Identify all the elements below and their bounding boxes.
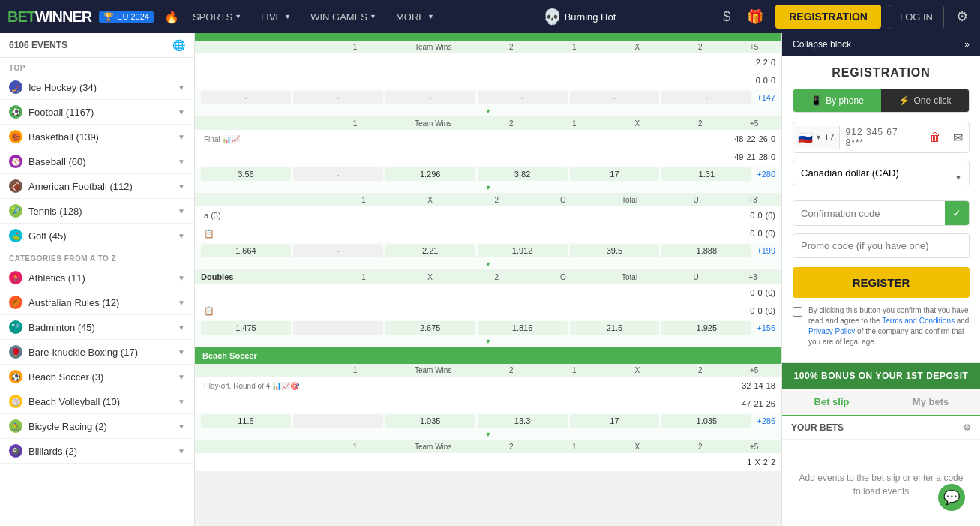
registration-button[interactable]: REGISTRATION — [775, 5, 881, 29]
odds-cell[interactable]: - — [661, 91, 751, 104]
email-icon[interactable]: ✉ — [947, 126, 969, 149]
events-count: 6106 EVENTS — [9, 40, 67, 50]
expand-row[interactable]: ▼ — [195, 429, 781, 440]
sidebar-item-beach-volleyball[interactable]: 🏐 Beach Volleyball (10) ▼ — [0, 389, 194, 414]
odds-cell[interactable]: - — [293, 414, 383, 428]
odds-cell[interactable]: 2.21 — [385, 244, 475, 257]
odds-cell[interactable]: 3.82 — [478, 167, 568, 181]
odds-cell[interactable]: 1.475 — [201, 321, 291, 335]
tab-by-phone[interactable]: 📱 By phone — [793, 89, 881, 112]
sidebar-item-american-football[interactable]: 🏈 American Football (112) ▼ — [0, 174, 194, 199]
odds-cell[interactable]: - — [570, 91, 660, 104]
sidebar-item-bicycle-racing[interactable]: 🚴 Bicycle Racing (2) ▼ — [0, 414, 194, 439]
sidebar-item-bare-knuckle-boxing[interactable]: 🥊 Bare-knuckle Boxing (17) ▼ — [0, 340, 194, 365]
sidebar-item-athletics[interactable]: 🏃 Athletics (11) ▼ — [0, 266, 194, 290]
odds-cell[interactable]: 1.296 — [385, 167, 475, 181]
odds-cell[interactable]: - — [293, 321, 383, 335]
expand-row[interactable]: ▼ — [195, 336, 781, 347]
more-odds-link[interactable]: +199 — [757, 246, 775, 255]
odds-cell[interactable]: - — [478, 91, 568, 104]
sidebar-item-ice-hockey[interactable]: 🏒 Ice Hockey (34) ▼ — [0, 75, 194, 100]
odds-cell[interactable]: 17 — [570, 167, 660, 181]
dollar-icon-btn[interactable]: $ — [718, 9, 735, 25]
currency-select[interactable]: Canadian dollar (CAD) US Dollar (USD) Eu… — [793, 161, 970, 185]
currency-wrapper: Canadian dollar (CAD) US Dollar (USD) Eu… — [793, 161, 970, 193]
more-odds-link[interactable]: +156 — [757, 323, 775, 332]
burning-hot-area[interactable]: 💀 Burning Hot — [543, 8, 616, 26]
odds-cell[interactable]: 39.5 — [570, 244, 660, 257]
chevron-down-icon: ▼ — [485, 184, 492, 191]
tab-one-click[interactable]: ⚡ One-click — [881, 89, 969, 112]
expand-row[interactable]: ▼ — [195, 106, 781, 116]
chevron-down-icon: ▼ — [178, 422, 185, 431]
nav-wingames[interactable]: WIN GAMES ▼ — [304, 11, 382, 23]
odds-cell[interactable]: 1.035 — [385, 414, 475, 428]
odds-cell[interactable]: 1.925 — [661, 321, 751, 335]
sidebar-item-golf[interactable]: ⛳ Golf (45) ▼ — [0, 224, 194, 248]
odds-cell[interactable]: 1.035 — [661, 414, 751, 428]
globe-icon[interactable]: 🌐 — [172, 39, 185, 51]
sidebar-item-australian-rules[interactable]: 🏉 Australian Rules (12) ▼ — [0, 290, 194, 315]
chevron-down-icon: ▼ — [178, 398, 185, 406]
terms-link[interactable]: Terms and Conditions — [882, 317, 955, 325]
sidebar-item-billiards[interactable]: 🎱 Billiards (2) ▼ — [0, 439, 194, 464]
odds-cell[interactable]: - — [385, 91, 475, 104]
odds-cell[interactable]: 1.664 — [201, 244, 291, 257]
expand-row[interactable]: ▼ — [195, 182, 781, 193]
settings-icon-btn[interactable]: ⚙ — [952, 8, 973, 25]
sidebar-item-baseball[interactable]: ⚾ Baseball (60) ▼ — [0, 149, 194, 174]
terms-checkbox[interactable] — [793, 307, 802, 317]
odds-cell[interactable]: - — [293, 167, 383, 181]
odds-cell[interactable]: 21.5 — [570, 321, 660, 335]
confirmation-code-input[interactable] — [793, 202, 945, 225]
tab-bet-slip[interactable]: Bet slip — [782, 389, 881, 416]
odds-cell[interactable]: - — [293, 244, 383, 257]
delete-phone-icon[interactable]: 🗑 — [923, 126, 947, 149]
login-button[interactable]: LOG IN — [889, 5, 944, 29]
register-button[interactable]: REGISTER — [793, 267, 970, 298]
odds-cell[interactable]: 1.816 — [478, 321, 568, 335]
sidebar-item-basketball[interactable]: 🏀 Basketball (139) ▼ — [0, 125, 194, 149]
logo[interactable]: BETWINNER — [7, 8, 91, 26]
sidebar-item-football[interactable]: ⚽ Football (1167) ▼ — [0, 100, 194, 125]
settings-gear-icon[interactable]: ⚙ — [963, 422, 971, 433]
odds-row-3: 1.664 - 2.21 1.912 39.5 1.888 +199 — [195, 242, 781, 259]
sidebar-item-tennis[interactable]: 🎾 Tennis (128) ▼ — [0, 199, 194, 224]
bet-tabs: Bet slip My bets — [782, 389, 980, 416]
expand-row[interactable]: ▼ — [195, 259, 781, 269]
odds-cell[interactable]: 13.3 — [478, 414, 568, 428]
more-odds-link[interactable]: +147 — [757, 93, 775, 102]
odds-cell[interactable]: 2.675 — [385, 321, 475, 335]
bet-empty-area: Add events to the bet slip or enter a co… — [782, 440, 980, 526]
main-layout: 6106 EVENTS 🌐 TOP 🏒 Ice Hockey (34) ▼ ⚽ … — [0, 33, 980, 526]
chevron-down-icon: ▼ — [485, 431, 492, 438]
chat-bubble-button[interactable]: 💬 — [938, 484, 965, 511]
odds-cell[interactable]: 3.56 — [201, 167, 291, 181]
promo-code-input[interactable] — [793, 233, 970, 258]
tab-my-bets[interactable]: My bets — [881, 389, 980, 415]
nav-live[interactable]: LIVE ▼ — [255, 11, 297, 23]
odds-cell[interactable]: 11.5 — [201, 414, 291, 428]
odds-cell[interactable]: 1.888 — [661, 244, 751, 257]
flag-dropdown[interactable]: 🇷🇺 ▼ +7 — [793, 126, 840, 149]
more-odds-link[interactable]: +280 — [757, 170, 775, 179]
privacy-link[interactable]: Privacy Policy — [808, 327, 855, 335]
confirm-check-icon[interactable]: ✓ — [945, 201, 969, 225]
lightning-icon: ⚡ — [898, 95, 910, 106]
team-block-6: 1 X 2 2 — [195, 453, 781, 471]
sidebar-item-badminton[interactable]: 🏸 Badminton (45) ▼ — [0, 315, 194, 340]
odds-cell[interactable]: 1.31 — [661, 167, 751, 181]
nav-more[interactable]: MORE ▼ — [390, 11, 440, 23]
gift-icon-btn[interactable]: 🎁 — [742, 8, 768, 25]
odds-cell[interactable]: - — [293, 91, 383, 104]
table-row: Final 📊📈 48 22 26 0 — [195, 130, 781, 148]
nav-sports[interactable]: SPORTS ▼ — [187, 11, 247, 23]
odds-cell[interactable]: - — [201, 91, 291, 104]
top-section-label: TOP — [0, 58, 194, 75]
more-odds-link[interactable]: +286 — [757, 416, 775, 425]
odds-cell[interactable]: 1.912 — [478, 244, 568, 257]
athletics-icon: 🏃 — [9, 271, 22, 284]
odds-cell[interactable]: 17 — [570, 414, 660, 428]
collapse-block[interactable]: Collapse block » — [782, 33, 980, 56]
sidebar-item-beach-soccer[interactable]: ⚽ Beach Soccer (3) ▼ — [0, 365, 194, 389]
